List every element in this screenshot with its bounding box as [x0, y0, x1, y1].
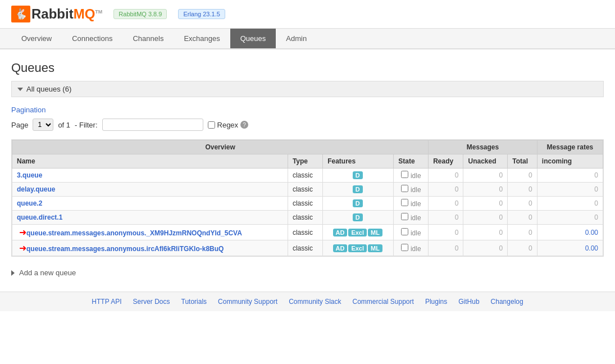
queue-state-cell: idle	[394, 225, 429, 240]
queue-features-cell: ADExclML	[323, 225, 394, 240]
queue-total-cell: 0	[508, 240, 537, 256]
state-checkbox[interactable]	[401, 228, 408, 235]
queue-name-cell: queue.direct.1	[12, 211, 288, 225]
state-checkbox[interactable]	[401, 171, 408, 178]
footer-changelog[interactable]: Changelog	[491, 298, 523, 306]
help-icon[interactable]: ?	[240, 121, 248, 129]
queue-incoming-cell: 0.00	[537, 240, 603, 256]
add-queue-arrow-icon	[11, 270, 15, 276]
footer-github[interactable]: GitHub	[458, 298, 479, 306]
of-label: of 1	[58, 121, 70, 129]
header: 🐇 RabbitMQTM RabbitMQ 3.8.9 Erlang 23.1.…	[0, 0, 615, 29]
queue-name-link[interactable]: delay.queue	[17, 185, 55, 193]
state-label: idle	[411, 172, 421, 180]
collapse-arrow-icon	[17, 88, 23, 91]
state-label: idle	[411, 245, 421, 253]
all-queues-section[interactable]: All queues (6)	[11, 81, 604, 97]
queue-total-cell: 0	[508, 197, 537, 211]
nav-queues[interactable]: Queues	[230, 29, 276, 48]
content: Queues All queues (6) Pagination Page 1 …	[0, 49, 615, 292]
queue-type-cell: classic	[288, 183, 322, 197]
nav-connections[interactable]: Connections	[62, 29, 122, 48]
state-checkbox[interactable]	[401, 213, 408, 220]
queue-name-link[interactable]: 3.queue	[17, 171, 42, 179]
col-ready: Ready	[429, 154, 463, 169]
footer-tutorials[interactable]: Tutorials	[181, 298, 207, 306]
col-group-message-rates: Message rates	[537, 140, 603, 154]
page-select[interactable]: 1	[33, 119, 53, 131]
footer-http-api[interactable]: HTTP API	[92, 298, 121, 306]
queue-type-cell: classic	[288, 225, 322, 240]
table-row: 3.queueclassicDidle0000	[12, 169, 603, 183]
queue-features-cell: D	[323, 197, 394, 211]
feature-badge: D	[353, 185, 363, 193]
col-type: Type	[288, 154, 322, 169]
queue-state-cell: idle	[394, 197, 429, 211]
footer: HTTP API Server Docs Tutorials Community…	[0, 292, 615, 311]
logo-tm: TM	[95, 9, 102, 15]
state-label: idle	[411, 214, 421, 222]
feature-badge: Excl	[348, 244, 367, 252]
state-checkbox[interactable]	[401, 185, 408, 192]
regex-checkbox[interactable]	[208, 121, 215, 129]
logo-text: RabbitMQTM	[31, 6, 102, 22]
footer-server-docs[interactable]: Server Docs	[133, 298, 170, 306]
queue-name-link[interactable]: queue.stream.messages.anonymous.ircAfl6k…	[26, 245, 224, 253]
filter-label: - Filter:	[75, 121, 97, 129]
table-row: ➜queue.stream.messages.anonymous._XM9HJz…	[12, 225, 603, 240]
feature-badge: D	[353, 213, 363, 221]
col-group-messages: Messages	[429, 140, 537, 154]
all-queues-label: All queues (6)	[26, 85, 71, 93]
col-unacked: Unacked	[463, 154, 508, 169]
nav-overview[interactable]: Overview	[11, 29, 62, 48]
add-queue-section[interactable]: Add a new queue	[11, 265, 604, 280]
queue-name-link[interactable]: queue.stream.messages.anonymous._XM9HJzm…	[26, 229, 242, 237]
nav-channels[interactable]: Channels	[122, 29, 174, 48]
col-group-overview: Overview	[12, 140, 429, 154]
pagination-section: Pagination Page 1 of 1 - Filter: Regex ?	[11, 106, 604, 131]
state-label: idle	[411, 229, 421, 237]
queue-unacked-cell: 0	[463, 211, 508, 225]
queue-features-cell: ADExclML	[323, 240, 394, 256]
col-name: Name	[12, 154, 288, 169]
queue-name-cell: 3.queue	[12, 169, 288, 183]
footer-plugins[interactable]: Plugins	[425, 298, 447, 306]
queue-unacked-cell: 0	[463, 240, 508, 256]
queue-name-cell: ➜queue.stream.messages.anonymous.ircAfl6…	[12, 240, 288, 256]
queue-total-cell: 0	[508, 169, 537, 183]
filter-input[interactable]	[102, 119, 203, 131]
queue-name-link[interactable]: queue.direct.1	[17, 213, 62, 221]
queue-type-cell: classic	[288, 240, 322, 256]
regex-label: Regex	[217, 121, 239, 129]
queue-total-cell: 0	[508, 183, 537, 197]
queue-incoming-cell: 0	[537, 211, 603, 225]
col-total: Total	[508, 154, 537, 169]
queue-state-cell: idle	[394, 169, 429, 183]
queue-ready-cell: 0	[429, 240, 463, 256]
footer-community-slack[interactable]: Community Slack	[289, 298, 341, 306]
col-state: State	[394, 154, 429, 169]
queue-features-cell: D	[323, 211, 394, 225]
queue-unacked-cell: 0	[463, 225, 508, 240]
logo-icon: 🐇	[11, 6, 30, 22]
footer-community-support[interactable]: Community Support	[218, 298, 277, 306]
table-row: delay.queueclassicDidle0000	[12, 183, 603, 197]
pagination-toggle[interactable]: Pagination	[11, 106, 604, 114]
state-checkbox[interactable]	[401, 244, 408, 251]
queue-features-cell: D	[323, 169, 394, 183]
queue-incoming-cell: 0	[537, 197, 603, 211]
queue-name-cell: delay.queue	[12, 183, 288, 197]
queues-table: Overview Messages Message rates Name Typ…	[12, 140, 603, 256]
queues-table-wrapper: Overview Messages Message rates Name Typ…	[11, 139, 604, 257]
queue-unacked-cell: 0	[463, 197, 508, 211]
queue-type-cell: classic	[288, 197, 322, 211]
queue-state-cell: idle	[394, 211, 429, 225]
nav-exchanges[interactable]: Exchanges	[174, 29, 230, 48]
state-checkbox[interactable]	[401, 199, 408, 206]
queue-ready-cell: 0	[429, 183, 463, 197]
footer-commercial-support[interactable]: Commercial Support	[353, 298, 414, 306]
queue-ready-cell: 0	[429, 197, 463, 211]
queue-total-cell: 0	[508, 225, 537, 240]
nav-admin[interactable]: Admin	[276, 29, 317, 48]
queue-name-link[interactable]: queue.2	[17, 199, 42, 207]
